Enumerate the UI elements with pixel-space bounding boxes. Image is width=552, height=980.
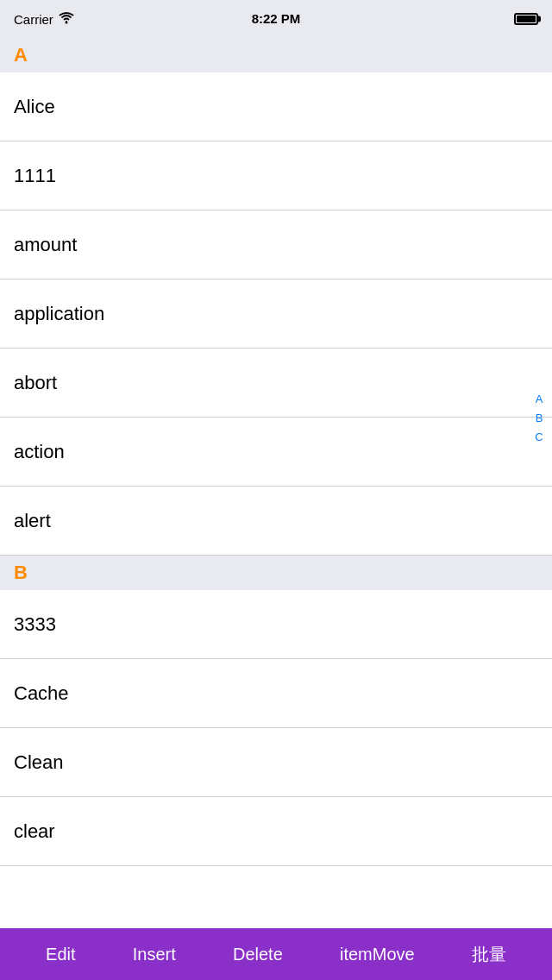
- list-item-application[interactable]: application: [0, 280, 552, 349]
- section-header-a: A: [0, 38, 552, 72]
- carrier-label: Carrier: [14, 12, 53, 27]
- list-item-1111-text: 1111: [14, 165, 56, 187]
- section-header-b: B: [0, 556, 552, 590]
- wifi-icon: [59, 12, 74, 27]
- section-a-label: A: [14, 44, 28, 66]
- list-item-amount[interactable]: amount: [0, 210, 552, 280]
- section-b-label: B: [14, 562, 28, 584]
- list-item-alert-text: alert: [14, 510, 51, 532]
- toolbar-delete[interactable]: Delete: [233, 945, 283, 964]
- list-item-3333[interactable]: 3333: [0, 590, 552, 659]
- index-item-c[interactable]: C: [535, 430, 543, 445]
- status-left: Carrier: [14, 12, 74, 27]
- toolbar-insert[interactable]: Insert: [133, 945, 176, 964]
- list-item-abort[interactable]: abort: [0, 349, 552, 418]
- list-item-cache-text: Cache: [14, 682, 69, 705]
- status-time: 8:22 PM: [252, 11, 301, 26]
- list-item-clean-text: Clean: [14, 751, 63, 774]
- index-item-b[interactable]: B: [536, 411, 543, 426]
- list-item-application-text: application: [14, 303, 104, 325]
- index-bar: A B C: [526, 38, 552, 446]
- list-container: A Alice 1111 amount application abort ac…: [0, 38, 552, 928]
- list-item-alert[interactable]: alert: [0, 487, 552, 556]
- battery-icon: [514, 13, 538, 25]
- list-item-alice-text: Alice: [14, 96, 55, 118]
- list-item-action[interactable]: action: [0, 418, 552, 487]
- list-item-1111[interactable]: 1111: [0, 141, 552, 210]
- toolbar-batch[interactable]: 批量: [472, 943, 506, 966]
- list-item-amount-text: amount: [14, 234, 77, 256]
- list-item-3333-text: 3333: [14, 613, 56, 636]
- toolbar: Edit Insert Delete itemMove 批量: [0, 928, 552, 980]
- toolbar-edit[interactable]: Edit: [46, 945, 75, 964]
- list-item-action-text: action: [14, 441, 65, 463]
- list-item-clear[interactable]: clear: [0, 797, 552, 866]
- list-item-cache[interactable]: Cache: [0, 659, 552, 728]
- toolbar-itemmove[interactable]: itemMove: [340, 945, 415, 964]
- list-item-abort-text: abort: [14, 372, 57, 394]
- svg-point-0: [65, 21, 67, 23]
- list-item-clean[interactable]: Clean: [0, 728, 552, 797]
- status-right: [514, 13, 538, 25]
- list-item-clear-text: clear: [14, 820, 55, 843]
- list-item-alice[interactable]: Alice: [0, 72, 552, 141]
- status-bar: Carrier 8:22 PM: [0, 0, 552, 38]
- index-item-a[interactable]: A: [536, 392, 543, 407]
